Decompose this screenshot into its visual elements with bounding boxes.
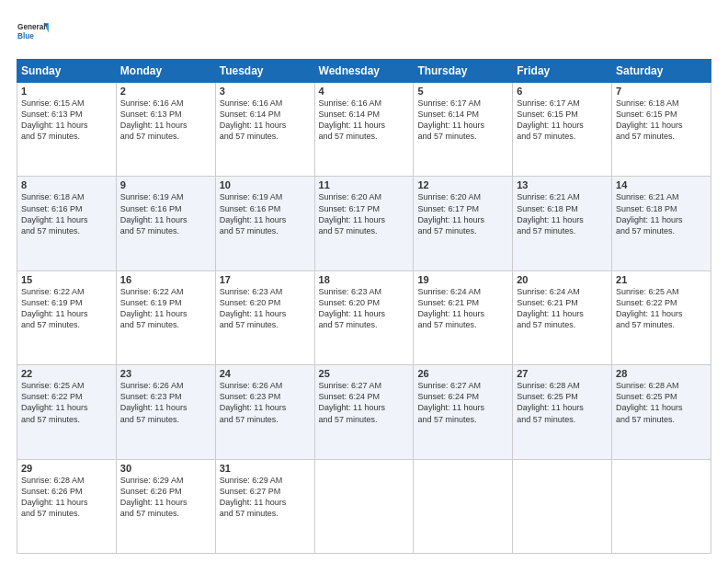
calendar-cell: 15Sunrise: 6:22 AMSunset: 6:19 PMDayligh… — [17, 270, 117, 364]
day-info: Sunrise: 6:24 AMSunset: 6:21 PMDaylight:… — [417, 286, 508, 331]
calendar-table: SundayMondayTuesdayWednesdayThursdayFrid… — [17, 59, 711, 554]
calendar-cell: 21Sunrise: 6:25 AMSunset: 6:22 PMDayligh… — [612, 270, 711, 364]
calendar-cell: 13Sunrise: 6:21 AMSunset: 6:18 PMDayligh… — [513, 177, 612, 270]
calendar-cell: 29Sunrise: 6:28 AMSunset: 6:26 PMDayligh… — [17, 459, 117, 553]
calendar-header-row: SundayMondayTuesdayWednesdayThursdayFrid… — [17, 60, 711, 83]
day-number: 9 — [120, 179, 211, 190]
calendar-cell: 3Sunrise: 6:16 AMSunset: 6:14 PMDaylight… — [215, 83, 314, 177]
day-info: Sunrise: 6:19 AMSunset: 6:16 PMDaylight:… — [120, 191, 211, 236]
day-number: 3 — [220, 86, 311, 97]
calendar-cell: 31Sunrise: 6:29 AMSunset: 6:27 PMDayligh… — [215, 459, 314, 553]
day-number: 23 — [120, 368, 211, 379]
day-number: 26 — [417, 368, 508, 379]
calendar-cell: 11Sunrise: 6:20 AMSunset: 6:17 PMDayligh… — [314, 177, 414, 270]
day-number: 30 — [120, 463, 211, 474]
weekday-header: Wednesday — [314, 60, 414, 83]
day-info: Sunrise: 6:28 AMSunset: 6:26 PMDaylight:… — [21, 475, 112, 520]
calendar-cell: 18Sunrise: 6:23 AMSunset: 6:20 PMDayligh… — [314, 270, 414, 364]
day-number: 19 — [417, 274, 508, 285]
svg-text:General: General — [17, 23, 46, 31]
day-number: 24 — [220, 368, 311, 379]
day-info: Sunrise: 6:17 AMSunset: 6:14 PMDaylight:… — [417, 98, 508, 143]
weekday-header: Saturday — [612, 60, 711, 83]
calendar-cell: 17Sunrise: 6:23 AMSunset: 6:20 PMDayligh… — [215, 270, 314, 364]
weekday-header: Tuesday — [215, 60, 314, 83]
calendar-cell: 6Sunrise: 6:17 AMSunset: 6:15 PMDaylight… — [513, 83, 612, 177]
calendar-cell: 24Sunrise: 6:26 AMSunset: 6:23 PMDayligh… — [215, 365, 314, 459]
day-info: Sunrise: 6:28 AMSunset: 6:25 PMDaylight:… — [517, 380, 608, 425]
day-info: Sunrise: 6:28 AMSunset: 6:25 PMDaylight:… — [616, 380, 707, 425]
calendar-cell: 19Sunrise: 6:24 AMSunset: 6:21 PMDayligh… — [414, 270, 513, 364]
calendar-cell: 22Sunrise: 6:25 AMSunset: 6:22 PMDayligh… — [17, 365, 117, 459]
day-info: Sunrise: 6:27 AMSunset: 6:24 PMDaylight:… — [417, 380, 508, 425]
day-number: 27 — [517, 368, 608, 379]
calendar-week-row: 22Sunrise: 6:25 AMSunset: 6:22 PMDayligh… — [17, 365, 711, 459]
day-info: Sunrise: 6:19 AMSunset: 6:16 PMDaylight:… — [220, 191, 311, 236]
day-info: Sunrise: 6:21 AMSunset: 6:18 PMDaylight:… — [517, 191, 608, 236]
day-number: 31 — [220, 463, 311, 474]
day-number: 15 — [21, 274, 112, 285]
logo: General Blue — [17, 17, 50, 50]
day-number: 7 — [616, 86, 707, 97]
calendar-week-row: 8Sunrise: 6:18 AMSunset: 6:16 PMDaylight… — [17, 177, 711, 270]
day-info: Sunrise: 6:15 AMSunset: 6:13 PMDaylight:… — [21, 98, 112, 143]
calendar-cell: 10Sunrise: 6:19 AMSunset: 6:16 PMDayligh… — [215, 177, 314, 270]
calendar-cell: 5Sunrise: 6:17 AMSunset: 6:14 PMDaylight… — [414, 83, 513, 177]
logo-svg: General Blue — [17, 17, 50, 50]
day-info: Sunrise: 6:18 AMSunset: 6:16 PMDaylight:… — [21, 191, 112, 236]
day-info: Sunrise: 6:16 AMSunset: 6:14 PMDaylight:… — [319, 98, 410, 143]
day-number: 20 — [517, 274, 608, 285]
calendar-cell: 12Sunrise: 6:20 AMSunset: 6:17 PMDayligh… — [414, 177, 513, 270]
calendar-cell: 9Sunrise: 6:19 AMSunset: 6:16 PMDaylight… — [116, 177, 215, 270]
day-info: Sunrise: 6:25 AMSunset: 6:22 PMDaylight:… — [21, 380, 112, 425]
day-number: 11 — [319, 179, 410, 190]
day-number: 1 — [21, 86, 112, 97]
day-info: Sunrise: 6:29 AMSunset: 6:27 PMDaylight:… — [220, 475, 311, 520]
weekday-header: Thursday — [414, 60, 513, 83]
weekday-header: Sunday — [17, 60, 117, 83]
calendar-cell: 1Sunrise: 6:15 AMSunset: 6:13 PMDaylight… — [17, 83, 117, 177]
day-number: 6 — [517, 86, 608, 97]
day-info: Sunrise: 6:23 AMSunset: 6:20 PMDaylight:… — [220, 286, 311, 331]
day-number: 22 — [21, 368, 112, 379]
day-info: Sunrise: 6:25 AMSunset: 6:22 PMDaylight:… — [616, 286, 707, 331]
day-number: 2 — [120, 86, 211, 97]
day-info: Sunrise: 6:18 AMSunset: 6:15 PMDaylight:… — [616, 98, 707, 143]
calendar-cell: 2Sunrise: 6:16 AMSunset: 6:13 PMDaylight… — [116, 83, 215, 177]
day-info: Sunrise: 6:26 AMSunset: 6:23 PMDaylight:… — [220, 380, 311, 425]
calendar-cell: 23Sunrise: 6:26 AMSunset: 6:23 PMDayligh… — [116, 365, 215, 459]
calendar-cell: 28Sunrise: 6:28 AMSunset: 6:25 PMDayligh… — [612, 365, 711, 459]
calendar-cell: 8Sunrise: 6:18 AMSunset: 6:16 PMDaylight… — [17, 177, 117, 270]
calendar-cell: 26Sunrise: 6:27 AMSunset: 6:24 PMDayligh… — [414, 365, 513, 459]
day-info: Sunrise: 6:16 AMSunset: 6:14 PMDaylight:… — [220, 98, 311, 143]
day-number: 4 — [319, 86, 410, 97]
page: General Blue SundayMondayTuesdayWednesda… — [0, 0, 728, 563]
day-info: Sunrise: 6:22 AMSunset: 6:19 PMDaylight:… — [21, 286, 112, 331]
day-info: Sunrise: 6:16 AMSunset: 6:13 PMDaylight:… — [120, 98, 211, 143]
day-number: 10 — [220, 179, 311, 190]
calendar-cell: 25Sunrise: 6:27 AMSunset: 6:24 PMDayligh… — [314, 365, 414, 459]
weekday-header: Friday — [513, 60, 612, 83]
day-number: 16 — [120, 274, 211, 285]
calendar-cell — [513, 459, 612, 553]
day-info: Sunrise: 6:23 AMSunset: 6:20 PMDaylight:… — [319, 286, 410, 331]
day-info: Sunrise: 6:20 AMSunset: 6:17 PMDaylight:… — [417, 191, 508, 236]
day-number: 5 — [417, 86, 508, 97]
day-number: 13 — [517, 179, 608, 190]
day-number: 25 — [319, 368, 410, 379]
day-info: Sunrise: 6:20 AMSunset: 6:17 PMDaylight:… — [319, 191, 410, 236]
day-number: 17 — [220, 274, 311, 285]
calendar-cell: 16Sunrise: 6:22 AMSunset: 6:19 PMDayligh… — [116, 270, 215, 364]
calendar-cell — [314, 459, 414, 553]
calendar-cell: 4Sunrise: 6:16 AMSunset: 6:14 PMDaylight… — [314, 83, 414, 177]
calendar-week-row: 1Sunrise: 6:15 AMSunset: 6:13 PMDaylight… — [17, 83, 711, 177]
day-info: Sunrise: 6:27 AMSunset: 6:24 PMDaylight:… — [319, 380, 410, 425]
day-info: Sunrise: 6:29 AMSunset: 6:26 PMDaylight:… — [120, 475, 211, 520]
day-number: 12 — [417, 179, 508, 190]
day-number: 8 — [21, 179, 112, 190]
calendar-cell: 30Sunrise: 6:29 AMSunset: 6:26 PMDayligh… — [116, 459, 215, 553]
day-number: 14 — [616, 179, 707, 190]
day-number: 21 — [616, 274, 707, 285]
weekday-header: Monday — [116, 60, 215, 83]
day-number: 29 — [21, 463, 112, 474]
